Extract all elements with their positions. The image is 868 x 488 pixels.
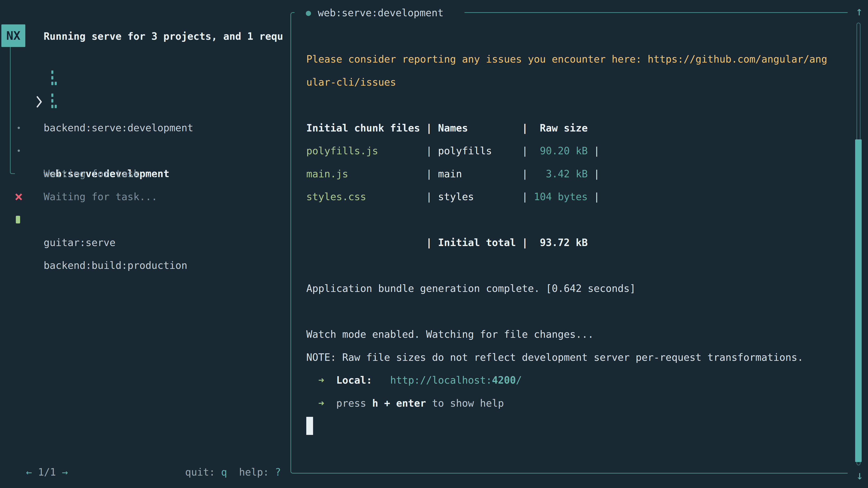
quit-label: quit: [185, 466, 221, 478]
chunk-name: styles [438, 191, 474, 202]
table-separator: | [366, 191, 438, 202]
note-line: NOTE: Raw file sizes do not reflect deve… [306, 346, 840, 369]
table-separator: | [474, 191, 534, 202]
chunk-name: polyfills [438, 145, 492, 157]
local-url-line: ➜ Local: http://localhost:4200/ [306, 369, 840, 392]
task-row-waiting-1[interactable]: Waiting for task... [0, 116, 290, 139]
issue-report-line-2: ular-cli/issues [306, 71, 840, 94]
table-separator: | [378, 145, 438, 157]
help-keys: h + enter [372, 397, 426, 409]
quit-key: q [221, 466, 227, 478]
table-separator: | [588, 168, 600, 180]
table-separator: | [492, 145, 534, 157]
terminal-output: Please consider reporting any issues you… [306, 48, 840, 437]
pager-page-indicator: 1/1 [32, 466, 62, 478]
chunk-size: 3.42 kB [534, 168, 588, 180]
task-row-backend-build[interactable]: backend:build:production [0, 208, 290, 231]
scrollbar-thumb[interactable] [855, 139, 862, 462]
task-list: backend:serve:development web:serve:deve… [0, 70, 290, 231]
gap [324, 397, 336, 409]
task-row-waiting-2[interactable]: Waiting for task... [0, 139, 290, 162]
chunk-table-row: polyfills.js | polyfills | 90.20 kB | [306, 139, 840, 162]
help-key: ? [275, 466, 281, 478]
panel-title: ● web:serve:development [306, 1, 450, 24]
blank-line [306, 208, 840, 231]
help-label: help: [239, 466, 275, 478]
task-row-web-serve-selected[interactable]: web:serve:development [0, 94, 290, 117]
failed-cross-icon: × [14, 190, 23, 203]
watch-mode-line: Watch mode enabled. Watching for file ch… [306, 323, 840, 346]
waiting-dot-icon [18, 127, 20, 129]
table-separator: | [588, 145, 600, 157]
chunk-table-header: Initial chunk files | Names | Raw size [306, 117, 840, 140]
help-text: to show help [426, 397, 504, 409]
panel-title-label: web:serve:development [318, 1, 443, 24]
indent [306, 397, 318, 409]
page-title: Running serve for 3 projects, and 1 requ [43, 25, 289, 48]
cursor-line [306, 415, 840, 437]
arrow-icon: ➜ [318, 397, 324, 409]
keyboard-shortcuts: quit: q help: ? [173, 437, 281, 461]
gap [324, 375, 336, 386]
shortcut-gap [227, 466, 239, 478]
initial-total-row: | Initial total | 93.72 kB [306, 231, 840, 254]
table-separator: | [588, 191, 600, 202]
nx-logo: NX [1, 24, 25, 47]
running-dot-icon: ● [306, 1, 311, 24]
localhost-port[interactable]: 4200 [492, 375, 516, 386]
table-separator: | [348, 168, 438, 180]
localhost-slash[interactable]: / [516, 375, 522, 386]
chunk-table-row: styles.css | styles | 104 bytes | [306, 185, 840, 208]
chunk-file: styles.css [306, 191, 366, 202]
task-label: guitar:serve [43, 231, 116, 254]
task-list-spacer [0, 162, 290, 185]
chunk-size: 104 bytes [534, 191, 588, 202]
terminal-cursor [306, 417, 313, 435]
task-label: backend:build:production [43, 254, 187, 277]
waiting-dot-icon [18, 150, 20, 152]
scrollbar-down-arrow-icon[interactable]: ↓ [852, 466, 868, 485]
blank-line [306, 94, 840, 117]
chunk-file: main.js [306, 168, 348, 180]
issue-report-line-1: Please consider reporting any issues you… [306, 48, 840, 71]
chunk-name: main [438, 168, 462, 180]
pager-prev-arrow-icon[interactable]: ← [26, 466, 32, 478]
table-separator: | [462, 168, 534, 180]
scrollbar-up-arrow-icon[interactable]: ↑ [851, 2, 867, 21]
chunk-size: 90.20 kB [534, 145, 588, 157]
bundle-complete-line: Application bundle generation complete. … [306, 277, 840, 300]
blank-line [306, 300, 840, 323]
chunk-file: polyfills.js [306, 145, 378, 157]
chunk-table-row: main.js | main | 3.42 kB | [306, 162, 840, 186]
task-row-guitar-serve[interactable]: × guitar:serve [0, 185, 290, 208]
arrow-icon: ➜ [318, 375, 324, 386]
local-label: Local: [336, 375, 372, 386]
success-square-icon [16, 216, 20, 223]
pager-next-arrow-icon[interactable]: → [62, 466, 68, 478]
press-text: press [336, 397, 372, 409]
indent [306, 375, 318, 386]
help-hint-line: ➜ press h + enter to show help [306, 392, 840, 415]
localhost-link[interactable]: http://localhost: [390, 375, 492, 386]
blank-line [306, 254, 840, 277]
pager: ← 1/1 → [14, 437, 68, 461]
gap [372, 375, 390, 386]
